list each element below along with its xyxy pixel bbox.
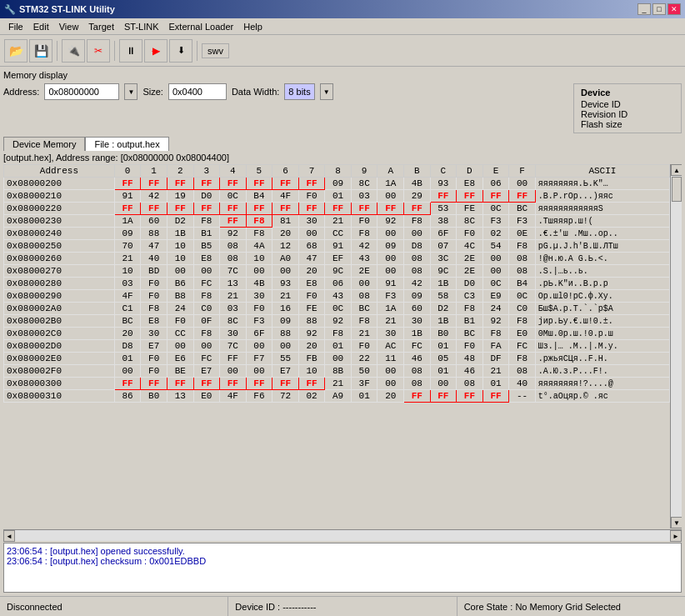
hex-cell[interactable]: 53: [430, 203, 457, 215]
hex-cell[interactable]: FF: [114, 203, 141, 215]
hex-cell[interactable]: 00: [378, 190, 404, 203]
hex-cell[interactable]: 00: [378, 228, 404, 240]
size-input[interactable]: [168, 83, 227, 100]
hex-cell[interactable]: E8: [457, 178, 483, 190]
hex-cell[interactable]: F7: [246, 353, 272, 365]
hex-cell[interactable]: E8: [193, 253, 220, 265]
hex-cell[interactable]: 08: [404, 265, 431, 278]
hex-cell[interactable]: BC: [114, 315, 141, 328]
hex-cell[interactable]: 0C: [325, 303, 352, 315]
hex-cell[interactable]: 93: [272, 278, 299, 290]
hex-cell[interactable]: 72: [272, 390, 299, 403]
hex-cell[interactable]: 42: [351, 240, 378, 253]
hex-cell[interactable]: 20: [378, 390, 404, 403]
hex-cell[interactable]: BE: [167, 365, 193, 378]
hex-cell[interactable]: 00: [378, 365, 404, 378]
hex-cell[interactable]: 16: [272, 303, 299, 315]
hex-cell[interactable]: FA: [482, 340, 509, 353]
hex-cell[interactable]: FF: [351, 203, 378, 215]
hex-cell[interactable]: C0: [193, 303, 220, 315]
hex-cell[interactable]: F8: [193, 290, 220, 303]
hex-cell[interactable]: 06: [325, 278, 352, 290]
hex-cell[interactable]: F3: [378, 290, 404, 303]
hex-cell[interactable]: 08: [457, 378, 483, 390]
hex-cell[interactable]: E7: [141, 340, 168, 353]
hex-cell[interactable]: 93: [430, 178, 457, 190]
hex-cell[interactable]: 50: [351, 365, 378, 378]
menu-target[interactable]: Target: [83, 21, 119, 33]
hex-cell[interactable]: FF: [272, 378, 299, 390]
hex-cell[interactable]: F0: [298, 190, 325, 203]
hex-cell[interactable]: 09: [378, 240, 404, 253]
hex-cell[interactable]: F8: [509, 315, 536, 328]
hex-cell[interactable]: AC: [378, 340, 404, 353]
hex-cell[interactable]: 0C: [220, 190, 247, 203]
hex-cell[interactable]: CC: [167, 328, 193, 340]
scroll-down-arrow[interactable]: ▼: [671, 517, 682, 528]
hex-cell[interactable]: 00: [246, 265, 272, 278]
hex-cell[interactable]: FF: [114, 378, 141, 390]
menu-external-loader[interactable]: External Loader: [164, 21, 239, 33]
hex-cell[interactable]: 08: [509, 253, 536, 265]
hex-cell[interactable]: E7: [272, 365, 299, 378]
hex-cell[interactable]: 46: [457, 365, 483, 378]
hex-cell[interactable]: 00: [509, 178, 536, 190]
hex-cell[interactable]: 4C: [457, 240, 483, 253]
hex-cell[interactable]: B5: [193, 240, 220, 253]
hex-cell[interactable]: FF: [430, 390, 457, 403]
hex-cell[interactable]: 00: [167, 265, 193, 278]
hex-cell[interactable]: --: [509, 390, 536, 403]
hex-cell[interactable]: 00: [220, 365, 247, 378]
hex-cell[interactable]: F6: [246, 390, 272, 403]
hex-cell[interactable]: F0: [167, 315, 193, 328]
hex-cell[interactable]: 21: [482, 365, 509, 378]
address-dropdown[interactable]: ▼: [124, 83, 138, 100]
hex-cell[interactable]: 40: [509, 378, 536, 390]
hex-cell[interactable]: 4F: [114, 290, 141, 303]
hex-cell[interactable]: 58: [430, 290, 457, 303]
hex-cell[interactable]: FC: [193, 278, 220, 290]
hex-cell[interactable]: 55: [272, 353, 299, 365]
save-button[interactable]: 💾: [29, 39, 52, 63]
hex-cell[interactable]: BC: [457, 328, 483, 340]
hex-cell[interactable]: 4B: [246, 278, 272, 290]
hex-cell[interactable]: F3: [482, 215, 509, 228]
hex-cell[interactable]: 46: [404, 353, 431, 365]
hex-cell[interactable]: B8: [167, 290, 193, 303]
hex-cell[interactable]: FF: [404, 203, 431, 215]
hex-cell[interactable]: FF: [193, 203, 220, 215]
hex-cell[interactable]: D0: [193, 190, 220, 203]
close-button[interactable]: ✕: [668, 3, 681, 15]
hex-cell[interactable]: 01: [325, 340, 352, 353]
maximize-button[interactable]: □: [652, 3, 666, 15]
hex-cell[interactable]: 70: [114, 240, 141, 253]
hex-cell[interactable]: 2E: [457, 253, 483, 265]
hex-cell[interactable]: 01: [114, 353, 141, 365]
hex-cell[interactable]: 13: [167, 390, 193, 403]
hex-cell[interactable]: 0C: [509, 290, 536, 303]
hex-cell[interactable]: 68: [298, 240, 325, 253]
hex-cell[interactable]: F8: [325, 328, 352, 340]
menu-stlink[interactable]: ST-LINK: [119, 21, 164, 33]
hex-cell[interactable]: 10: [298, 365, 325, 378]
hex-cell[interactable]: 13: [220, 278, 247, 290]
hex-cell[interactable]: 43: [325, 290, 352, 303]
hex-cell[interactable]: 00: [246, 340, 272, 353]
hex-cell[interactable]: FC: [404, 340, 431, 353]
hex-cell[interactable]: 0F: [193, 315, 220, 328]
hex-cell[interactable]: F0: [141, 290, 168, 303]
hex-cell[interactable]: 21: [351, 328, 378, 340]
hex-cell[interactable]: 47: [298, 253, 325, 265]
hex-cell[interactable]: FC: [509, 340, 536, 353]
hex-cell[interactable]: C0: [509, 303, 536, 315]
hex-cell[interactable]: FF: [141, 378, 168, 390]
hex-cell[interactable]: FF: [457, 190, 483, 203]
hex-cell[interactable]: 20: [298, 265, 325, 278]
hex-cell[interactable]: F8: [351, 228, 378, 240]
hex-cell[interactable]: F0: [141, 365, 168, 378]
hex-cell[interactable]: FF: [114, 178, 141, 190]
hex-cell[interactable]: 09: [325, 178, 352, 190]
hex-cell[interactable]: 00: [272, 265, 299, 278]
hex-cell[interactable]: 9C: [325, 265, 352, 278]
hex-cell[interactable]: 7C: [220, 340, 247, 353]
